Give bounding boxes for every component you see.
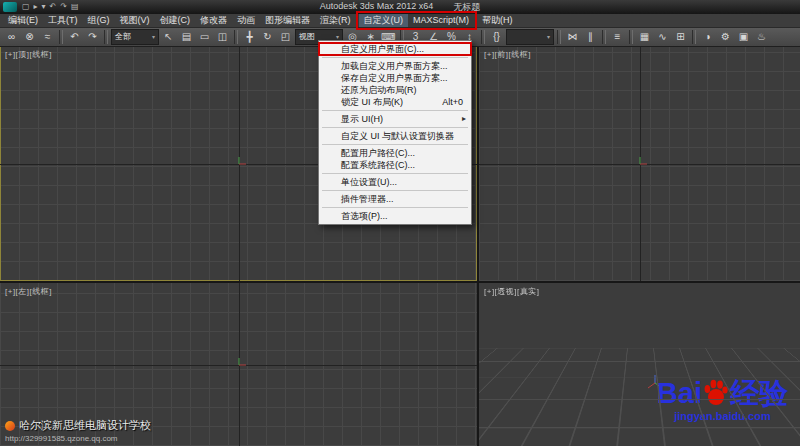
annotation-box-menubar: 自定义(U)MAXScript(M) [356,11,478,30]
project-folder-icon[interactable]: ▤ [69,0,81,14]
select-and-scale-icon[interactable]: ◰ [277,29,294,45]
menu-separator [322,190,468,191]
menubar-item[interactable]: 工具(T) [43,14,83,27]
menubar-item[interactable]: 组(G) [83,14,115,27]
edit-named-selection-sets-icon[interactable]: {} [488,29,505,45]
viewport-front[interactable]: [+][前][线框] [479,46,800,281]
menu-item-label: 自定义 UI 与默认设置切换器 [341,131,454,141]
schematic-view-icon[interactable]: ⊞ [672,29,689,45]
menu-item-label: 锁定 UI 布局(K) [341,97,403,107]
window-crossing-icon[interactable]: ◫ [214,29,231,45]
select-and-move-icon[interactable]: ╋ [241,29,258,45]
dropdown-menu-item[interactable]: 首选项(P)... [319,210,471,222]
toolbar-separator [104,30,108,44]
select-object-icon[interactable]: ↖ [160,29,177,45]
dropdown-menu-item[interactable]: 单位设置(U)... [319,176,471,188]
curve-editor-icon[interactable]: ∿ [654,29,671,45]
toolbar-separator [692,30,696,44]
dropdown-menu-item[interactable]: 插件管理器... [319,193,471,205]
dropdown-menu-item[interactable]: 显示 UI(H)▸ [319,113,471,125]
axis-gizmo-icon [632,156,648,172]
select-and-link-icon[interactable]: ∞ [3,29,20,45]
named-selection-sets-dropdown[interactable]: ▾ [506,29,554,45]
menubar-item[interactable]: 编辑(E) [3,14,43,27]
rectangular-selection-region-icon[interactable]: ▭ [196,29,213,45]
layer-manager-icon[interactable]: ≡ [609,29,626,45]
menubar: 编辑(E)工具(T)组(G)视图(V)创建(C)修改器动画图形编辑器渲染(R)自… [0,14,800,28]
dropdown-menu-item[interactable]: 自定义 UI 与默认设置切换器 [319,130,471,142]
watermark-logo-icon [5,421,15,431]
dropdown-value: 全部 [115,31,131,42]
toolbar-separator [481,30,485,44]
menubar-item[interactable]: 动画 [232,14,260,27]
menu-separator [322,127,468,128]
menu-separator [322,173,468,174]
dropdown-menu-item[interactable]: 锁定 UI 布局(K)Alt+0 [319,96,471,108]
dropdown-menu-item[interactable]: 保存自定义用户界面方案... [319,72,471,84]
bind-to-space-warp-icon[interactable]: ≈ [39,29,56,45]
select-by-name-icon[interactable]: ▤ [178,29,195,45]
mirror-icon[interactable]: ⋈ [564,29,581,45]
menu-item-label: 配置系统路径(C)... [341,160,415,170]
menu-separator [322,57,468,58]
material-editor-icon[interactable]: ◑ [699,29,716,45]
viewport-front-label[interactable]: [+][前][线框] [484,49,531,60]
open-file-icon[interactable]: ▸ [32,0,40,14]
watermark: 哈尔滨新思维电脑设计学校 http://329991585.qzone.qq.c… [5,418,151,443]
rendered-frame-window-icon[interactable]: ▣ [735,29,752,45]
render-setup-icon[interactable]: ⚙ [717,29,734,45]
new-scene-icon[interactable]: ▢ [20,0,32,14]
select-and-rotate-icon[interactable]: ↻ [259,29,276,45]
watermark-school-name: 哈尔滨新思维电脑设计学校 [19,418,151,433]
unlink-selection-icon[interactable]: ⊗ [21,29,38,45]
menubar-item[interactable]: 创建(C) [155,14,196,27]
app-logo-icon[interactable]: b [3,2,17,12]
menu-item-label: 显示 UI(H) [341,114,383,124]
selection-filter-dropdown[interactable]: 全部▾ [111,29,159,45]
axis-gizmo-icon [231,156,247,172]
quick-access-toolbar: b▢▸▾↶↷▤ [0,0,81,14]
redo-icon[interactable]: ↷ [84,29,101,45]
dropdown-menu-item[interactable]: 加载自定义用户界面方案... [319,60,471,72]
menu-separator [322,144,468,145]
menu-item-label: 自定义用户界面(C)... [341,44,424,54]
render-production-icon[interactable]: ♨ [753,29,770,45]
undo-icon[interactable]: ↶ [66,29,83,45]
customize-menu-dropdown: 自定义用户界面(C)...加载自定义用户界面方案...保存自定义用户界面方案..… [318,40,472,225]
dropdown-value: 视图 [299,31,315,42]
save-file-icon[interactable]: ▾ [40,0,48,14]
menu-item-shortcut: Alt+0 [442,96,463,108]
toolbar-separator [59,30,63,44]
viewport-left-label[interactable]: [+][左][线框] [5,286,52,297]
menubar-item[interactable]: 修改器 [195,14,232,27]
chevron-down-icon: ▾ [547,33,550,40]
chevron-down-icon: ▾ [152,33,155,40]
dropdown-menu-item[interactable]: 还原为启动布局(R) [319,84,471,96]
menu-item-label: 配置用户路径(C)... [341,148,415,158]
graphite-ribbon-icon[interactable]: ▦ [636,29,653,45]
menubar-item[interactable]: 渲染(R) [315,14,356,27]
menubar-item[interactable]: 自定义(U) [359,14,409,27]
toolbar-separator [234,30,238,44]
baidu-site-url: jingyan.baidu.com [657,410,788,422]
dropdown-menu-item[interactable]: 配置系统路径(C)... [319,159,471,171]
menubar-item[interactable]: 视图(V) [115,14,155,27]
menu-item-label: 加载自定义用户界面方案... [341,61,448,71]
viewport-perspective-label[interactable]: [+][透视][真实] [484,286,540,297]
menu-separator [322,110,468,111]
baidu-wordmark: Bai 经验 [657,379,788,407]
redo-icon[interactable]: ↷ [58,0,69,14]
menubar-item[interactable]: 图形编辑器 [260,14,315,27]
viewport-top-label[interactable]: [+][顶][线框] [5,49,52,60]
toolbar-separator [629,30,633,44]
align-icon[interactable]: ∥ [582,29,599,45]
undo-icon[interactable]: ↶ [48,0,59,14]
menu-item-label: 保存自定义用户界面方案... [341,73,448,83]
menubar-item[interactable]: 帮助(H) [477,14,518,27]
dropdown-menu-item[interactable]: 配置用户路径(C)... [319,147,471,159]
dropdown-menu-item[interactable]: 自定义用户界面(C)... [319,43,471,55]
menubar-item[interactable]: MAXScript(M) [408,14,474,27]
watermark-url: http://329991585.qzone.qq.com [5,434,151,443]
viewport-perspective[interactable]: [+][透视][真实] Bai 经验 jing [479,283,800,446]
baidu-paw-icon [704,379,728,406]
